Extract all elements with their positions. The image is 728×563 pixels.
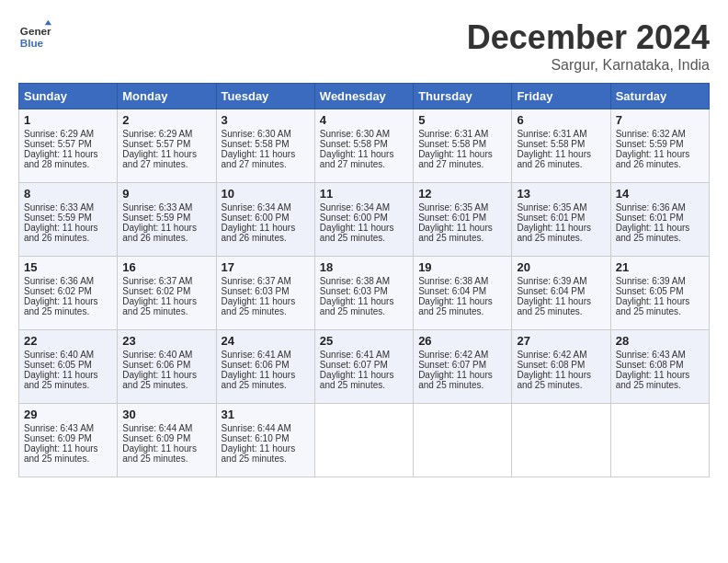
day-number: 31 <box>222 408 310 421</box>
daylight-minutes: and 26 minutes. <box>517 159 582 169</box>
sunset: Sunset: 6:02 PM <box>122 286 190 296</box>
daylight-minutes: and 25 minutes. <box>222 454 287 464</box>
day-number: 9 <box>122 187 210 201</box>
sunset: Sunset: 6:03 PM <box>222 286 290 296</box>
daylight-minutes: and 25 minutes. <box>418 233 483 243</box>
calendar-week-1: 1Sunrise: 6:29 AMSunset: 5:57 PMDaylight… <box>19 109 710 183</box>
calendar-cell: 12Sunrise: 6:35 AMSunset: 6:01 PMDayligh… <box>414 183 512 257</box>
calendar-cell: 9Sunrise: 6:33 AMSunset: 5:59 PMDaylight… <box>118 183 216 257</box>
sunrise: Sunrise: 6:34 AM <box>222 202 291 213</box>
sunset: Sunset: 6:01 PM <box>517 213 585 223</box>
daylight-minutes: and 25 minutes. <box>122 454 188 464</box>
sunset: Sunset: 5:59 PM <box>122 213 190 223</box>
calendar-cell: 30Sunrise: 6:44 AMSunset: 6:09 PMDayligh… <box>118 404 216 477</box>
sunset: Sunset: 5:58 PM <box>418 139 486 149</box>
sunrise: Sunrise: 6:38 AM <box>320 276 390 286</box>
sunrise: Sunrise: 6:33 AM <box>122 202 192 213</box>
sunrise: Sunrise: 6:35 AM <box>418 202 488 213</box>
header-thursday: Thursday <box>414 84 512 109</box>
day-number: 6 <box>517 113 605 127</box>
daylight-minutes: and 26 minutes. <box>122 233 188 243</box>
sunrise: Sunrise: 6:41 AM <box>320 350 390 360</box>
day-number: 4 <box>320 113 408 127</box>
daylight-minutes: and 25 minutes. <box>24 306 89 316</box>
sunrise: Sunrise: 6:29 AM <box>24 129 94 139</box>
sunrise: Sunrise: 6:30 AM <box>320 129 390 139</box>
sunrise: Sunrise: 6:29 AM <box>122 129 192 139</box>
day-number: 30 <box>122 408 210 421</box>
daylight-minutes: and 28 minutes. <box>24 159 89 169</box>
calendar-cell <box>512 404 610 477</box>
calendar-cell <box>314 404 413 477</box>
calendar-cell: 7Sunrise: 6:32 AMSunset: 5:59 PMDaylight… <box>610 109 709 183</box>
calendar-table: Sunday Monday Tuesday Wednesday Thursday… <box>18 83 710 477</box>
day-number: 19 <box>418 260 506 274</box>
day-number: 13 <box>517 187 605 201</box>
daylight-minutes: and 26 minutes. <box>222 233 287 243</box>
calendar-week-4: 22Sunrise: 6:40 AMSunset: 6:05 PMDayligh… <box>19 330 710 404</box>
sunset: Sunset: 5:57 PM <box>24 139 92 149</box>
svg-marker-2 <box>45 20 51 25</box>
daylight-minutes: and 25 minutes. <box>517 380 582 390</box>
day-number: 5 <box>418 113 506 127</box>
day-number: 20 <box>517 260 605 274</box>
sunset: Sunset: 6:00 PM <box>222 213 290 223</box>
header-sunday: Sunday <box>19 84 118 109</box>
sunrise: Sunrise: 6:33 AM <box>24 202 94 213</box>
day-number: 18 <box>320 260 408 274</box>
logo: General Blue <box>18 18 51 52</box>
calendar-cell: 2Sunrise: 6:29 AMSunset: 5:57 PMDaylight… <box>118 109 216 183</box>
sunrise: Sunrise: 6:40 AM <box>24 350 94 360</box>
day-number: 27 <box>517 334 605 348</box>
daylight-hours: Daylight: 11 hours <box>24 149 98 159</box>
sunset: Sunset: 5:58 PM <box>320 139 388 149</box>
header-tuesday: Tuesday <box>216 84 314 109</box>
daylight-hours: Daylight: 11 hours <box>122 296 197 306</box>
daylight-hours: Daylight: 11 hours <box>222 223 296 233</box>
daylight-minutes: and 25 minutes. <box>418 380 483 390</box>
day-number: 29 <box>24 408 112 421</box>
daylight-hours: Daylight: 11 hours <box>320 370 394 380</box>
calendar-cell: 23Sunrise: 6:40 AMSunset: 6:06 PMDayligh… <box>118 330 216 404</box>
calendar-cell: 21Sunrise: 6:39 AMSunset: 6:05 PMDayligh… <box>610 257 709 330</box>
calendar-cell: 22Sunrise: 6:40 AMSunset: 6:05 PMDayligh… <box>19 330 118 404</box>
calendar-week-2: 8Sunrise: 6:33 AMSunset: 5:59 PMDaylight… <box>19 183 710 257</box>
calendar-cell <box>414 404 512 477</box>
header-wednesday: Wednesday <box>314 84 413 109</box>
daylight-minutes: and 25 minutes. <box>24 380 89 390</box>
sunset: Sunset: 6:06 PM <box>122 360 190 370</box>
daylight-minutes: and 25 minutes. <box>320 380 385 390</box>
day-number: 17 <box>222 260 310 274</box>
day-number: 23 <box>122 334 210 348</box>
sunset: Sunset: 5:59 PM <box>616 139 684 149</box>
daylight-hours: Daylight: 11 hours <box>24 443 98 454</box>
sunset: Sunset: 6:06 PM <box>222 360 290 370</box>
daylight-hours: Daylight: 11 hours <box>418 296 493 306</box>
daylight-hours: Daylight: 11 hours <box>122 370 197 380</box>
daylight-hours: Daylight: 11 hours <box>616 149 690 159</box>
calendar-cell: 28Sunrise: 6:43 AMSunset: 6:08 PMDayligh… <box>610 330 709 404</box>
sunrise: Sunrise: 6:44 AM <box>122 423 192 433</box>
sunrise: Sunrise: 6:43 AM <box>616 350 686 360</box>
sunrise: Sunrise: 6:43 AM <box>24 423 94 433</box>
sunset: Sunset: 5:58 PM <box>222 139 290 149</box>
calendar-cell: 13Sunrise: 6:35 AMSunset: 6:01 PMDayligh… <box>512 183 610 257</box>
sunrise: Sunrise: 6:39 AM <box>517 276 586 286</box>
daylight-hours: Daylight: 11 hours <box>616 223 690 233</box>
daylight-hours: Daylight: 11 hours <box>418 370 493 380</box>
sunrise: Sunrise: 6:37 AM <box>222 276 291 286</box>
daylight-minutes: and 25 minutes. <box>418 306 483 316</box>
day-number: 28 <box>616 334 704 348</box>
day-number: 24 <box>222 334 310 348</box>
calendar-cell: 17Sunrise: 6:37 AMSunset: 6:03 PMDayligh… <box>216 257 314 330</box>
daylight-hours: Daylight: 11 hours <box>222 443 296 454</box>
calendar-cell: 6Sunrise: 6:31 AMSunset: 5:58 PMDaylight… <box>512 109 610 183</box>
calendar-cell: 29Sunrise: 6:43 AMSunset: 6:09 PMDayligh… <box>19 404 118 477</box>
daylight-minutes: and 25 minutes. <box>616 306 681 316</box>
calendar-cell: 5Sunrise: 6:31 AMSunset: 5:58 PMDaylight… <box>414 109 512 183</box>
sunrise: Sunrise: 6:31 AM <box>517 129 586 139</box>
header-monday: Monday <box>118 84 216 109</box>
daylight-hours: Daylight: 11 hours <box>24 370 98 380</box>
daylight-hours: Daylight: 11 hours <box>122 149 197 159</box>
page-header: General Blue December 2024 Sargur, Karna… <box>18 18 710 74</box>
